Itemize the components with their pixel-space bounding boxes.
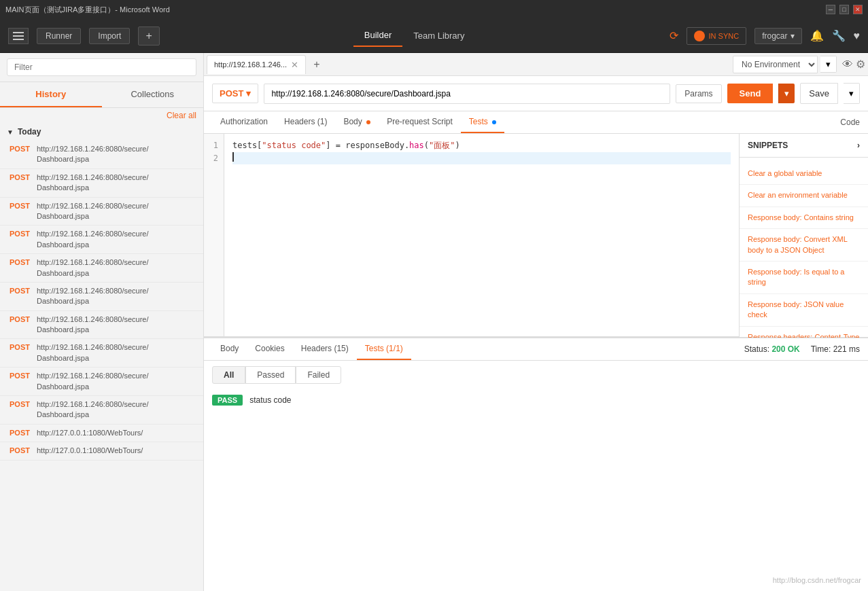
- send-dropdown-button[interactable]: ▾: [778, 84, 795, 103]
- sync-button[interactable]: IN SYNC: [687, 27, 747, 45]
- clear-all-button[interactable]: Clear all: [167, 111, 196, 120]
- sidebar-tab-collections[interactable]: Collections: [102, 82, 204, 107]
- heart-icon[interactable]: ♥: [854, 30, 861, 42]
- settings-icon[interactable]: 🔧: [832, 29, 846, 42]
- import-button[interactable]: Import: [89, 28, 130, 44]
- method-badge: POST: [10, 428, 31, 437]
- list-item[interactable]: POST http://192.168.1.246:8080/secure/Da…: [0, 254, 203, 283]
- close-tab-icon[interactable]: ✕: [291, 60, 298, 70]
- method-badge: POST: [10, 399, 31, 408]
- code-editor[interactable]: 1 2 tests["status code"] = responseBody.…: [204, 134, 739, 337]
- builder-tab[interactable]: Builder: [353, 24, 402, 47]
- send-button[interactable]: Send: [727, 84, 774, 103]
- list-item[interactable]: POST http://127.0.0.1:1080/WebTours/: [0, 442, 203, 460]
- history-url: http://192.168.1.246:8080/secure/Dashboa…: [37, 229, 149, 250]
- history-url: http://192.168.1.246:8080/secure/Dashboa…: [37, 399, 149, 420]
- gear-icon[interactable]: ⚙: [856, 58, 865, 71]
- method-badge: POST: [10, 173, 31, 181]
- env-dropdown-button[interactable]: ▾: [820, 56, 837, 73]
- url-input[interactable]: [264, 84, 670, 104]
- search-input[interactable]: [7, 58, 196, 76]
- method-badge: POST: [10, 315, 31, 323]
- toolbar-center: Builder Team Library: [171, 24, 659, 47]
- notification-icon[interactable]: 🔔: [810, 29, 824, 42]
- chevron-right-icon[interactable]: ›: [857, 141, 860, 150]
- history-url: http://192.168.1.246:8080/secure/Dashboa…: [37, 144, 149, 165]
- snippet-item[interactable]: Response body: Is equal to a string: [740, 262, 868, 294]
- list-item[interactable]: POST http://192.168.1.246:8080/secure/Da…: [0, 311, 203, 340]
- snippet-item[interactable]: Clear an environment variable: [740, 185, 868, 207]
- tab-headers-response[interactable]: Headers (15): [293, 338, 357, 360]
- history-url: http://192.168.1.246:8080/secure/Dashboa…: [37, 173, 149, 194]
- sidebar-tab-history[interactable]: History: [0, 82, 102, 107]
- list-item[interactable]: POST http://192.168.1.246:8080/secure/Da…: [0, 169, 203, 198]
- save-dropdown-button[interactable]: ▾: [844, 83, 860, 104]
- time-label: Time: 221 ms: [811, 344, 860, 354]
- list-item[interactable]: POST http://127.0.0.1:1080/WebTours/: [0, 425, 203, 442]
- snippet-item[interactable]: Response body: Convert XML body to a JSO…: [740, 229, 868, 262]
- list-item[interactable]: POST http://192.168.1.246:8080/secure/Da…: [0, 396, 203, 425]
- svg-rect-2: [13, 39, 24, 40]
- titlebar-title: MAIN页面（测试JIRA多重接口）- Microsoft Word: [5, 5, 170, 15]
- history-url: http://192.168.1.246:8080/secure/Dashboa…: [37, 201, 149, 222]
- request-tab[interactable]: http://192.168.1.246... ✕: [207, 55, 306, 74]
- list-item[interactable]: POST http://192.168.1.246:8080/secure/Da…: [0, 226, 203, 254]
- list-item[interactable]: POST http://192.168.1.246:8080/secure/Da…: [0, 283, 203, 311]
- tab-tests-response[interactable]: Tests (1/1): [357, 338, 411, 360]
- filter-all[interactable]: All: [212, 366, 245, 384]
- close-button[interactable]: ✕: [853, 5, 863, 14]
- filter-passed[interactable]: Passed: [245, 366, 296, 384]
- team-library-tab[interactable]: Team Library: [402, 25, 475, 46]
- sync-indicator: [694, 31, 705, 41]
- save-button[interactable]: Save: [800, 83, 838, 104]
- code-link[interactable]: Code: [840, 118, 860, 127]
- list-item[interactable]: POST http://192.168.1.246:8080/secure/Da…: [0, 141, 203, 169]
- pass-badge: PASS: [212, 395, 243, 406]
- response-status: Status: 200 OK Time: 221 ms: [744, 344, 860, 354]
- code-line-1: tests["status code"] = responseBody.has(…: [232, 139, 731, 152]
- sidebar-toggle-button[interactable]: [8, 28, 29, 44]
- environment-select[interactable]: No Environment: [733, 56, 818, 73]
- list-item[interactable]: POST http://192.168.1.246:8080/secure/Da…: [0, 339, 203, 368]
- snippets-header: SNIPPETS ›: [740, 134, 868, 158]
- tab-cookies[interactable]: Cookies: [247, 338, 292, 360]
- new-tab-button[interactable]: +: [138, 26, 159, 46]
- params-button[interactable]: Params: [676, 84, 721, 103]
- status-label: Status: 200 OK: [744, 344, 800, 354]
- list-item[interactable]: POST http://192.168.1.246:8080/secure/Da…: [0, 198, 203, 226]
- tab-headers[interactable]: Headers (1): [276, 111, 335, 133]
- add-tab-button[interactable]: +: [309, 56, 325, 73]
- chevron-down-icon: ▾: [791, 31, 795, 41]
- maximize-button[interactable]: □: [839, 5, 849, 14]
- request-nav: Authorization Headers (1) Body Pre-reque…: [204, 111, 868, 134]
- history-url: http://192.168.1.246:8080/secure/Dashboa…: [37, 342, 149, 363]
- history-url: http://192.168.1.246:8080/secure/Dashboa…: [37, 315, 149, 336]
- method-badge: POST: [10, 342, 31, 351]
- tab-body-response[interactable]: Body: [212, 338, 247, 360]
- tab-prerequest[interactable]: Pre-request Script: [379, 111, 461, 133]
- toolbar-right: ⟳ IN SYNC frogcar ▾ 🔔 🔧 ♥: [670, 27, 860, 45]
- method-badge: POST: [10, 201, 31, 210]
- test-name: status code: [249, 395, 291, 405]
- snippet-item[interactable]: Clear a global variable: [740, 163, 868, 185]
- user-menu-button[interactable]: frogcar ▾: [754, 28, 801, 44]
- history-url: http://192.168.1.246:8080/secure/Dashboa…: [37, 257, 149, 279]
- main-layout: History Collections Clear all ▼ Today PO…: [0, 53, 868, 591]
- editor-snippets-area: 1 2 tests["status code"] = responseBody.…: [204, 134, 868, 338]
- sync-icon: ⟳: [670, 29, 678, 42]
- sidebar-search-area: [0, 53, 203, 82]
- history-url: http://192.168.1.246:8080/secure/Dashboa…: [37, 371, 149, 392]
- line-numbers: 1 2: [204, 134, 224, 336]
- tab-tests[interactable]: Tests: [461, 111, 504, 133]
- tab-body[interactable]: Body: [335, 111, 379, 133]
- eye-icon[interactable]: 👁: [842, 58, 853, 71]
- tab-authorization[interactable]: Authorization: [212, 111, 276, 133]
- env-selector-area: No Environment ▾ 👁 ⚙: [733, 56, 865, 73]
- runner-button[interactable]: Runner: [37, 28, 81, 44]
- method-select[interactable]: POST ▾: [212, 84, 258, 103]
- snippet-item[interactable]: Response body: Contains string: [740, 207, 868, 229]
- snippet-item[interactable]: Response body: JSON value check: [740, 294, 868, 327]
- list-item[interactable]: POST http://192.168.1.246:8080/secure/Da…: [0, 368, 203, 396]
- minimize-button[interactable]: ─: [826, 5, 835, 14]
- filter-failed[interactable]: Failed: [296, 366, 341, 384]
